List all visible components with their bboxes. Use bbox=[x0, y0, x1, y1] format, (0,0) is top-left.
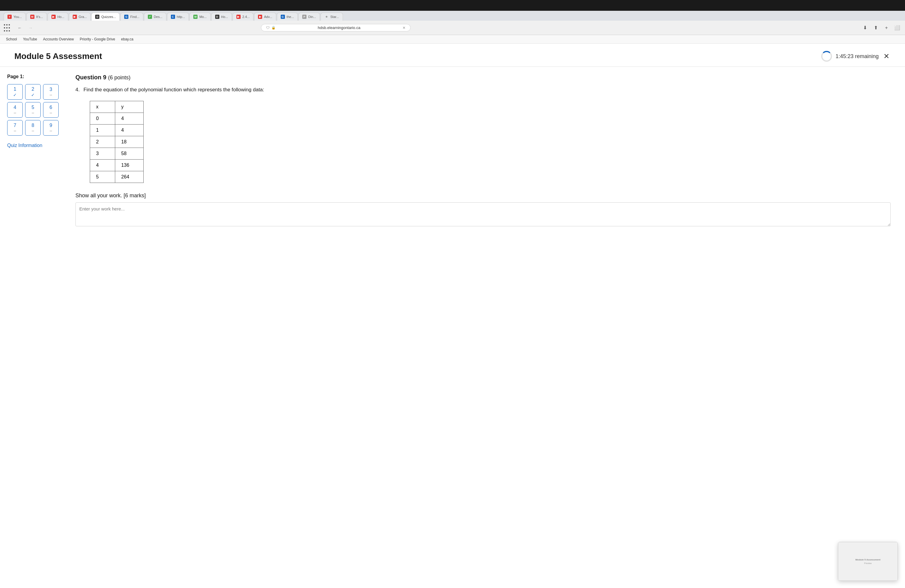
page-container: Module 5 Assessment 1:45:23 remaining ✕ … bbox=[0, 44, 905, 584]
bookmarks-bar: SchoolYouTubeAccounts OverviewPriority -… bbox=[0, 35, 905, 44]
table-row: 14 bbox=[90, 124, 144, 136]
quiz-title: Module 5 Assessment bbox=[14, 51, 102, 61]
question-number: 9 bbox=[103, 74, 106, 81]
close-quiz-button[interactable]: ✕ bbox=[882, 51, 891, 62]
browser-tab[interactable]: Chttp... bbox=[167, 13, 189, 21]
quiz-header: Module 5 Assessment 1:45:23 remaining ✕ bbox=[0, 44, 905, 67]
table-cell: 4 bbox=[115, 124, 144, 136]
table-cell: 5 bbox=[90, 171, 115, 183]
browser-tab[interactable]: Gthe... bbox=[277, 13, 298, 21]
question-nav-button[interactable]: 2✓ bbox=[25, 84, 41, 100]
browser-toolbar: ← → 🛡 🔒 hdsb.elearningontario.ca ✕ ⬇ ⬆ +… bbox=[0, 21, 905, 35]
question-body: 4. Find the equation of the polynomial f… bbox=[75, 86, 891, 94]
thumbnail-overlay: Module 5 Assessment Preview bbox=[838, 542, 898, 581]
table-cell: 264 bbox=[115, 171, 144, 183]
data-table: xy 041421835841365264 bbox=[90, 101, 144, 183]
table-header-cell: y bbox=[115, 101, 144, 113]
browser-tab[interactable]: ▶Gra... bbox=[69, 13, 91, 21]
question-nav-button[interactable]: 1✓ bbox=[7, 84, 23, 100]
download-button[interactable]: ⬇ bbox=[861, 24, 869, 32]
table-cell: 3 bbox=[90, 148, 115, 160]
table-row: 5264 bbox=[90, 171, 144, 183]
browser-tab[interactable]: MIt's... bbox=[26, 13, 47, 21]
browser-tab[interactable]: ▶Adv... bbox=[254, 13, 276, 21]
bookmark-item[interactable]: School bbox=[3, 36, 19, 42]
browser-tab[interactable]: MMo... bbox=[189, 13, 210, 21]
question-nav-button[interactable]: 6-- bbox=[43, 102, 59, 118]
question-points: (6 points) bbox=[108, 75, 130, 81]
browser-tab[interactable]: PDin... bbox=[298, 13, 320, 21]
question-nav-button[interactable]: 9-- bbox=[43, 120, 59, 136]
browser-tab[interactable]: ★Star... bbox=[321, 13, 343, 21]
clear-url-button[interactable]: ✕ bbox=[403, 26, 405, 30]
table-cell: 0 bbox=[90, 113, 115, 124]
timer-area: 1:45:23 remaining ✕ bbox=[821, 51, 891, 62]
forward-button[interactable]: → bbox=[26, 24, 35, 32]
timer-spinner bbox=[821, 51, 832, 62]
question-nav-button[interactable]: 3-- bbox=[43, 84, 59, 100]
table-cell: 1 bbox=[90, 124, 115, 136]
browser-tab[interactable]: GFind... bbox=[120, 13, 143, 21]
table-cell: 136 bbox=[115, 160, 144, 171]
apps-icon bbox=[3, 24, 12, 32]
table-header-cell: x bbox=[90, 101, 115, 113]
sidebar: Page 1: 1✓2✓3--4--5--6--7--8--9-- Quiz I… bbox=[0, 74, 66, 239]
question-nav-button[interactable]: 8-- bbox=[25, 120, 41, 136]
browser-titlebar bbox=[0, 0, 905, 11]
browser-tab[interactable]: YYou... bbox=[3, 13, 26, 21]
shield-icon: 🛡 bbox=[266, 26, 270, 30]
table-cell: 18 bbox=[115, 136, 144, 148]
question-heading: Question 9 (6 points) bbox=[75, 74, 891, 81]
bookmark-item[interactable]: ebay.ca bbox=[119, 36, 136, 42]
address-bar[interactable]: 🛡 🔒 hdsb.elearningontario.ca ✕ bbox=[261, 24, 411, 32]
timer-text: 1:45:23 remaining bbox=[835, 53, 879, 60]
bookmark-item[interactable]: YouTube bbox=[21, 36, 40, 42]
toolbar-right: ⬇ ⬆ + ⬜ bbox=[861, 24, 902, 32]
table-row: 4136 bbox=[90, 160, 144, 171]
question-text: Find the equation of the polynomial func… bbox=[84, 87, 264, 92]
table-cell: 4 bbox=[115, 113, 144, 124]
share-button[interactable]: ⬆ bbox=[872, 24, 880, 32]
url-text: hdsb.elearningontario.ca bbox=[278, 25, 401, 30]
table-cell: 2 bbox=[90, 136, 115, 148]
tab-overview-button[interactable]: ⬜ bbox=[893, 24, 902, 32]
quiz-info-link[interactable]: Quiz Information bbox=[7, 143, 42, 148]
page-label: Page 1: bbox=[7, 74, 59, 79]
question-number-label: Question bbox=[75, 74, 103, 81]
question-nav-button[interactable]: 7-- bbox=[7, 120, 23, 136]
browser-tab[interactable]: DQuizzes... bbox=[91, 13, 120, 21]
question-nav-button[interactable]: 5-- bbox=[25, 102, 41, 118]
browser-tab[interactable]: ▶2.4... bbox=[233, 13, 254, 21]
table-cell: 4 bbox=[90, 160, 115, 171]
quiz-body: Page 1: 1✓2✓3--4--5--6--7--8--9-- Quiz I… bbox=[0, 67, 905, 239]
tabs-bar: YYou...MIt's...▶Ho...▶Gra...DQuizzes...G… bbox=[0, 11, 905, 21]
browser-tab[interactable]: ✓Des... bbox=[144, 13, 167, 21]
browser-tab[interactable]: DHo... bbox=[211, 13, 232, 21]
table-row: 358 bbox=[90, 148, 144, 160]
table-row: 218 bbox=[90, 136, 144, 148]
main-content: Question 9 (6 points) 4. Find the equati… bbox=[66, 74, 905, 239]
show-work-label: Show all your work. [6 marks] bbox=[75, 192, 891, 199]
part-number: 4. bbox=[75, 87, 79, 92]
table-row: 04 bbox=[90, 113, 144, 124]
bookmark-item[interactable]: Priority - Google Drive bbox=[78, 36, 117, 42]
browser-tab[interactable]: ▶Ho... bbox=[48, 13, 68, 21]
question-grid: 1✓2✓3--4--5--6--7--8--9-- bbox=[7, 84, 59, 136]
table-cell: 58 bbox=[115, 148, 144, 160]
lock-icon: 🔒 bbox=[272, 26, 276, 30]
question-nav-button[interactable]: 4-- bbox=[7, 102, 23, 118]
answer-textarea[interactable] bbox=[75, 202, 891, 226]
back-button[interactable]: ← bbox=[16, 24, 24, 32]
bookmark-item[interactable]: Accounts Overview bbox=[41, 36, 76, 42]
new-tab-button[interactable]: + bbox=[882, 24, 891, 32]
